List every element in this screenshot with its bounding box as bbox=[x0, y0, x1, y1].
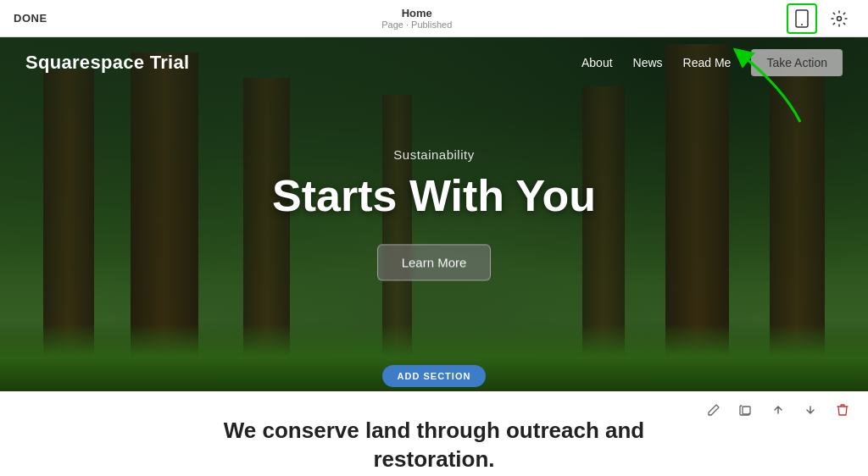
nav-read-me[interactable]: Read Me bbox=[683, 56, 732, 69]
add-section-bar: ADD SECTION bbox=[0, 361, 868, 391]
nav-news[interactable]: News bbox=[633, 56, 663, 69]
delete-section-button[interactable] bbox=[831, 398, 854, 422]
add-section-button[interactable]: ADD SECTION bbox=[382, 365, 487, 387]
top-bar-actions bbox=[787, 3, 854, 34]
below-fold-text: We conserve land through outreach andres… bbox=[224, 417, 645, 474]
move-up-button[interactable] bbox=[766, 398, 790, 422]
site-header: Squarespace Trial About News Read Me Tak… bbox=[0, 37, 868, 88]
hero-cta-button[interactable]: Learn More bbox=[377, 245, 492, 281]
nav-cta[interactable]: Take Action bbox=[751, 49, 843, 76]
mobile-preview-button[interactable] bbox=[787, 3, 817, 34]
section-toolbar bbox=[702, 391, 854, 429]
duplicate-section-button[interactable] bbox=[734, 398, 758, 422]
site-logo: Squarespace Trial bbox=[25, 52, 189, 74]
svg-point-2 bbox=[837, 16, 841, 20]
done-button[interactable]: DONE bbox=[14, 12, 47, 25]
hero-subtitle: Sustainability bbox=[180, 147, 688, 162]
site-nav: About News Read Me Take Action bbox=[581, 49, 843, 76]
hero-content: Sustainability Starts With You Learn Mor… bbox=[180, 147, 688, 280]
settings-button[interactable] bbox=[824, 3, 854, 34]
hero-section: Squarespace Trial About News Read Me Tak… bbox=[0, 37, 868, 391]
move-down-button[interactable] bbox=[798, 398, 822, 422]
page-subtitle: Page · Published bbox=[381, 19, 452, 30]
top-bar: DONE Home Page · Published bbox=[0, 0, 868, 37]
site-preview: Squarespace Trial About News Read Me Tak… bbox=[0, 37, 868, 476]
page-title: Home bbox=[381, 7, 452, 19]
nav-about[interactable]: About bbox=[581, 56, 613, 69]
edit-section-button[interactable] bbox=[702, 398, 726, 422]
hero-title: Starts With You bbox=[180, 172, 688, 220]
page-info: Home Page · Published bbox=[381, 7, 452, 30]
svg-point-1 bbox=[801, 24, 803, 25]
